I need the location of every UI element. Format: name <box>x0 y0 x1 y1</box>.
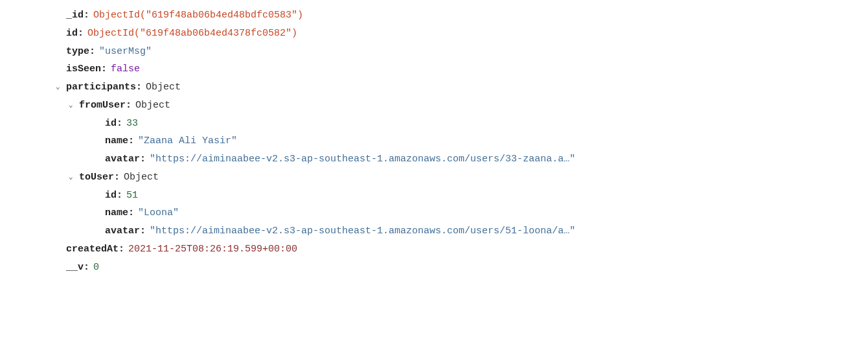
colon: : <box>114 168 120 187</box>
field-value-date: 2021-11-25T08:26:19.599+00:00 <box>128 240 297 259</box>
field-value-type: Object <box>124 168 159 187</box>
field-key: fromUser <box>79 97 126 115</box>
field-value-type: Object <box>135 97 170 115</box>
field-value-string: "https://aiminaabee-v2.s3-ap-southeast-1… <box>150 222 575 240</box>
field-value-boolean: false <box>111 60 140 78</box>
expand-caret-icon[interactable]: ⌄ <box>69 170 79 183</box>
colon: : <box>128 204 134 222</box>
field-row-__v[interactable]: __v:0 <box>53 259 868 277</box>
field-key: avatar <box>105 222 140 240</box>
colon: : <box>117 115 122 133</box>
field-row-createdAt[interactable]: createdAt:2021-11-25T08:26:19.599+00:00 <box>53 240 868 259</box>
field-value-type: Object <box>146 78 181 97</box>
colon: : <box>78 25 84 43</box>
expand-caret-icon[interactable]: ⌄ <box>69 99 79 111</box>
field-key: name <box>105 204 128 222</box>
colon: : <box>136 78 142 97</box>
field-row-fromUser[interactable]: ⌄fromUser:Object <box>53 97 868 115</box>
field-value-number: 51 <box>126 187 138 205</box>
field-value-objectid: ObjectId("619f48ab06b4ed48bdfc0583") <box>93 6 303 25</box>
field-row-participants[interactable]: ⌄participants:Object <box>53 78 868 97</box>
field-key: isSeen <box>66 60 101 78</box>
field-key: avatar <box>105 150 140 168</box>
field-key: toUser <box>79 168 114 187</box>
field-row-toUser[interactable]: ⌄toUser:Object <box>53 168 868 187</box>
document-tree: _id:ObjectId("619f48ab06b4ed48bdfc0583")… <box>0 6 868 276</box>
colon: : <box>126 97 131 115</box>
field-key: id <box>105 115 117 133</box>
field-row-isSeen[interactable]: isSeen:false <box>53 60 868 78</box>
field-value-objectid: ObjectId("619f48ab06b4ed4378fc0582") <box>87 25 297 43</box>
colon: : <box>89 43 95 61</box>
field-row-fromUser-avatar[interactable]: avatar:"https://aiminaabee-v2.s3-ap-sout… <box>53 150 868 168</box>
field-value-string: "userMsg" <box>99 43 152 61</box>
colon: : <box>140 150 146 168</box>
colon: : <box>84 6 89 25</box>
field-value-number: 0 <box>93 259 99 277</box>
colon: : <box>140 222 146 240</box>
field-row-toUser-name[interactable]: name:"Loona" <box>53 204 868 222</box>
field-value-string: "Loona" <box>138 204 179 222</box>
colon: : <box>128 132 134 150</box>
field-key: __v <box>66 259 84 277</box>
field-key: _id <box>66 6 84 25</box>
expand-caret-icon[interactable]: ⌄ <box>56 80 66 93</box>
field-row-fromUser-name[interactable]: name:"Zaana Ali Yasir" <box>53 132 868 150</box>
field-row-toUser-id[interactable]: id:51 <box>53 187 868 205</box>
field-key: participants <box>66 78 136 97</box>
colon: : <box>119 240 124 259</box>
field-value-string: "Zaana Ali Yasir" <box>138 132 237 150</box>
field-key: type <box>66 43 89 61</box>
colon: : <box>101 60 107 78</box>
field-row-type[interactable]: type:"userMsg" <box>53 43 868 61</box>
field-key: id <box>105 187 117 205</box>
field-value-number: 33 <box>126 115 138 133</box>
field-key: id <box>66 25 78 43</box>
field-row-_id[interactable]: _id:ObjectId("619f48ab06b4ed48bdfc0583") <box>53 6 868 25</box>
field-value-string: "https://aiminaabee-v2.s3-ap-southeast-1… <box>150 150 575 168</box>
colon: : <box>117 187 122 205</box>
colon: : <box>84 259 89 277</box>
field-key: createdAt <box>66 240 119 259</box>
field-row-fromUser-id[interactable]: id:33 <box>53 115 868 133</box>
field-row-toUser-avatar[interactable]: avatar:"https://aiminaabee-v2.s3-ap-sout… <box>53 222 868 240</box>
field-row-id[interactable]: id:ObjectId("619f48ab06b4ed4378fc0582") <box>53 25 868 43</box>
field-key: name <box>105 132 128 150</box>
